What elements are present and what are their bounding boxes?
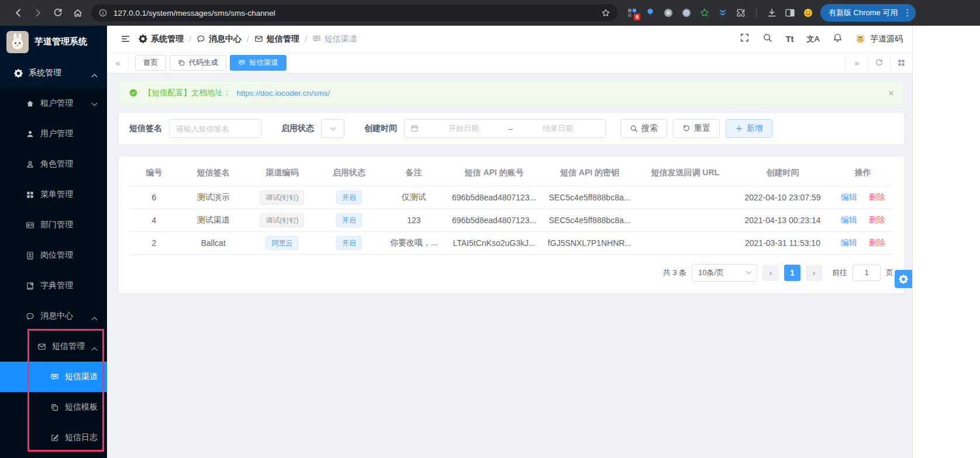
next-page-button[interactable]: ›	[806, 265, 822, 281]
chevron-up-icon	[92, 317, 98, 323]
sidebar-item-system[interactable]: 系统管理	[0, 58, 107, 88]
chevron-down-icon	[746, 269, 752, 275]
home-icon[interactable]	[68, 3, 88, 23]
language-icon[interactable]: 文A	[807, 34, 820, 44]
sidebar-item-post[interactable]: 岗位管理	[0, 240, 107, 270]
tab-label: 短信渠道	[249, 58, 278, 68]
sidebar-item-label: 部门管理	[40, 220, 73, 230]
tabs-scroll-right-icon[interactable]: »	[846, 53, 868, 73]
pagination: 共 3 条 10条/页 ‹ 1 › 前往 页	[129, 255, 893, 285]
alert-close-icon[interactable]: ×	[888, 88, 894, 98]
notification-bell-icon[interactable]	[833, 33, 843, 45]
tab-sms-channel[interactable]: 短信渠道	[230, 55, 287, 71]
sidebar-item-menu[interactable]: 菜单管理	[0, 179, 107, 210]
sidebar-item-sms-log[interactable]: 短信日志	[0, 422, 107, 453]
site-info-icon[interactable]	[98, 8, 108, 18]
sidebar-item-sms-management[interactable]: 短信管理	[0, 331, 107, 362]
date-range-picker[interactable]: 开始日期 – 结束日期	[404, 119, 606, 138]
reload-icon[interactable]	[48, 3, 68, 23]
tabs-scroll-left-icon[interactable]: «	[107, 53, 129, 73]
status-label: 启用状态	[281, 123, 314, 134]
extension-chevrons-icon[interactable]	[717, 8, 728, 18]
bookmark-star-icon[interactable]	[601, 8, 610, 18]
breadcrumb-item-message-center[interactable]: 消息中心	[196, 34, 241, 44]
breadcrumb-item-system[interactable]: 系统管理	[139, 34, 184, 44]
cell-remark: 仅测试	[381, 186, 446, 209]
table-row: 4 测试渠道 调试(钉钉) 开启 123 696b5d8ead4807123..…	[129, 209, 893, 231]
edit-icon	[50, 433, 59, 442]
delete-link[interactable]: 删除	[869, 238, 885, 247]
alert-text: 【短信配置】文档地址：	[144, 88, 231, 98]
cell-channel-code: 调试(钉钉)	[248, 186, 317, 209]
forward-icon[interactable]	[28, 3, 48, 23]
tab-home[interactable]: 首页	[135, 55, 166, 71]
edit-link[interactable]: 编辑	[841, 192, 857, 202]
reset-button-label: 重置	[694, 123, 710, 134]
split-screen-icon[interactable]	[785, 8, 795, 18]
chevron-down-icon	[330, 124, 336, 130]
app-title: 芋道管理系统	[34, 36, 87, 47]
col-channel-code: 渠道编码	[248, 160, 317, 186]
add-button[interactable]: 新增	[726, 119, 772, 138]
user-menu[interactable]: 芋道源码	[855, 34, 903, 44]
emoji-icon[interactable]	[803, 8, 813, 18]
address-bar[interactable]: 127.0.0.1/system/messages/sms/sms-channe…	[91, 4, 617, 22]
signature-input[interactable]	[169, 119, 261, 138]
alert-doc-link[interactable]: https://doc.iocoder.cn/sms/	[237, 89, 330, 98]
sidebar-item-dept[interactable]: 部门管理	[0, 210, 107, 240]
cell-channel-code: 调试(钉钉)	[248, 209, 317, 231]
tab-codegen[interactable]: 代码生成	[170, 55, 226, 71]
app-logo	[6, 31, 29, 53]
delete-link[interactable]: 删除	[869, 192, 885, 202]
sidebar-item-message-center[interactable]: 消息中心	[0, 301, 107, 331]
search-button[interactable]: 搜索	[620, 119, 667, 138]
col-id: 编号	[129, 160, 179, 186]
sidebar-item-tenant[interactable]: 租户管理	[0, 88, 107, 119]
prev-page-button[interactable]: ‹	[762, 265, 779, 281]
url-text[interactable]: 127.0.0.1/system/messages/sms/sms-channe…	[113, 9, 601, 18]
extension-ring-icon[interactable]	[681, 8, 692, 18]
status-select[interactable]	[321, 119, 344, 138]
collapse-menu-icon[interactable]	[116, 34, 134, 44]
extension-balloon-icon[interactable]	[645, 8, 655, 18]
delete-link[interactable]: 删除	[869, 215, 885, 224]
cell-status: 开启	[316, 209, 381, 231]
table-row: 2 Ballcat 阿里云 开启 你要改哦，... LTAI5tCnKso2uG…	[129, 231, 893, 254]
search-icon[interactable]	[762, 33, 772, 45]
gear-icon	[14, 69, 23, 78]
edit-link[interactable]: 编辑	[841, 238, 857, 247]
back-icon[interactable]	[8, 3, 28, 23]
page-size-select[interactable]: 10条/页	[692, 264, 757, 282]
breadcrumb: 系统管理 / 消息中心 / 短信管理 / 短信渠道	[139, 34, 357, 44]
date-end-placeholder[interactable]: 结束日期	[516, 123, 599, 134]
extension-star-icon[interactable]	[699, 8, 710, 18]
browser-menu-icon[interactable]: ⋮	[903, 8, 912, 18]
chrome-update-chip[interactable]: 有新版 Chrome 可用 ⋮	[820, 4, 916, 22]
sidebar-item-dict[interactable]: 字典管理	[0, 270, 107, 301]
extension-grid-icon[interactable]: 8	[627, 8, 637, 18]
cell-created-at: 2021-03-31 11:53:10	[733, 231, 833, 254]
cell-id: 6	[129, 186, 179, 209]
channel-tag: 调试(钉钉)	[260, 213, 304, 227]
download-icon[interactable]	[767, 8, 777, 18]
settings-drawer-button[interactable]	[895, 270, 912, 288]
cell-created-at: 2022-04-10 23:07:59	[733, 186, 833, 209]
fullscreen-icon[interactable]	[740, 33, 750, 45]
goto-page-input[interactable]	[853, 265, 881, 281]
cell-id: 4	[129, 209, 179, 231]
tabs-refresh-icon[interactable]	[868, 53, 890, 73]
font-size-icon[interactable]: Tt	[785, 34, 793, 44]
extension-circle-icon[interactable]	[663, 8, 674, 18]
sidebar-item-sms-template[interactable]: 短信模板	[0, 392, 107, 422]
breadcrumb-item-sms-management[interactable]: 短信管理	[254, 34, 299, 44]
reset-button[interactable]: 重置	[673, 119, 720, 138]
col-callback-url: 短信发送回调 URL	[637, 160, 733, 186]
sidebar-item-user[interactable]: 用户管理	[0, 119, 107, 149]
tabs-layout-icon[interactable]	[890, 53, 912, 73]
extensions-puzzle-icon[interactable]	[736, 8, 746, 18]
edit-link[interactable]: 编辑	[841, 215, 857, 224]
sidebar-item-sms-channel[interactable]: 短信渠道	[0, 362, 107, 392]
sidebar-item-role[interactable]: 角色管理	[0, 149, 107, 179]
date-start-placeholder[interactable]: 开始日期	[422, 123, 505, 134]
page-1-button[interactable]: 1	[784, 265, 800, 281]
